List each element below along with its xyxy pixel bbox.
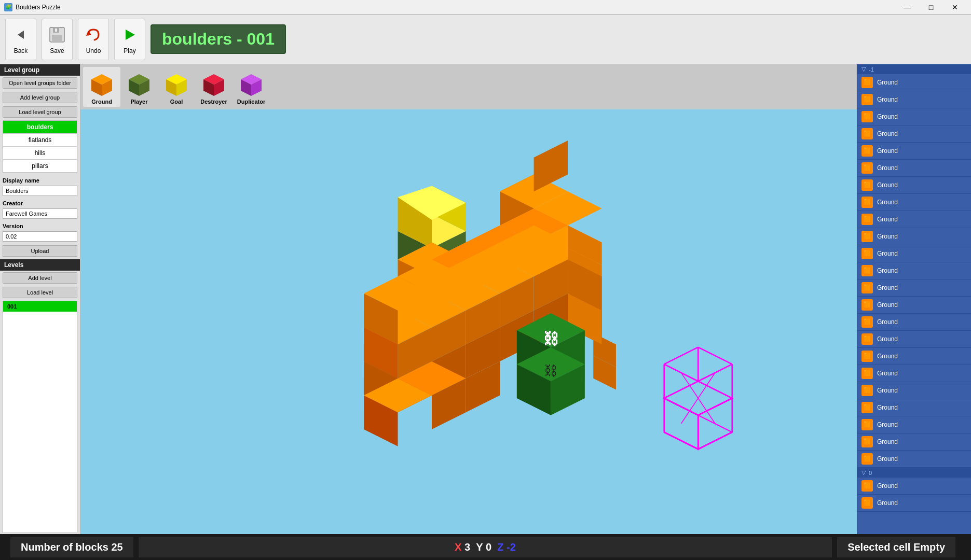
right-item-4[interactable]: 🟧Ground (857, 125, 971, 143)
right-item-23[interactable]: 🟧Ground (857, 451, 971, 468)
right-item-icon: 🟧 (861, 453, 873, 465)
load-group-button[interactable]: Load level group (3, 106, 77, 118)
block-duplicator[interactable]: Duplicator (233, 67, 270, 107)
right-item-6[interactable]: 🟧Ground (857, 160, 971, 177)
level-item-001[interactable]: 001 (3, 301, 77, 312)
right-item-25[interactable]: 🟧Ground (857, 495, 971, 512)
green-cube: ⛓ ⛓ (517, 313, 585, 415)
level-group-header: Level group (0, 64, 80, 76)
right-item-icon: 🟧 (861, 385, 873, 396)
right-item-icon: 🟧 (861, 94, 873, 105)
right-item-icon: 🟧 (861, 316, 873, 328)
group-item-flatlands[interactable]: flatlands (3, 134, 77, 147)
coord-x-value: 3 (464, 541, 470, 553)
load-level-button[interactable]: Load level (3, 287, 77, 298)
version-input[interactable] (3, 231, 77, 242)
right-item-icon: 🟧 (861, 77, 873, 88)
right-item-10[interactable]: 🟧Ground (857, 228, 971, 245)
coord-x-label: X (455, 541, 461, 553)
right-item-icon: 🟧 (861, 368, 873, 379)
right-item-7[interactable]: 🟧Ground (857, 177, 971, 194)
main-area: Level group Open level groups folder Add… (0, 64, 971, 534)
right-item-21[interactable]: 🟧Ground (857, 416, 971, 433)
group-item-hills[interactable]: hills (3, 147, 77, 160)
right-item-15[interactable]: 🟧Ground (857, 314, 971, 331)
right-item-13[interactable]: 🟧Ground (857, 279, 971, 297)
group-item-pillars[interactable]: pillars (3, 160, 77, 173)
right-item-icon: 🟧 (861, 248, 873, 259)
back-label: Back (14, 47, 28, 54)
right-arrow-0: ▽ (861, 469, 866, 476)
right-item-17[interactable]: 🟧Ground (857, 348, 971, 365)
undo-button[interactable]: Undo (78, 19, 109, 60)
right-item-16[interactable]: 🟧Ground (857, 331, 971, 348)
right-item-11[interactable]: 🟧Ground (857, 245, 971, 262)
right-item-24[interactable]: 🟧Ground (857, 478, 971, 495)
levels-header: Levels (0, 259, 80, 271)
right-item-5[interactable]: 🟧Ground (857, 143, 971, 160)
right-item-2[interactable]: 🟧Ground (857, 91, 971, 108)
close-button[interactable]: ✕ (943, 0, 967, 15)
right-level-neg1: -1 (869, 66, 874, 73)
blocks-count-section: Number of blocks 25 (10, 537, 133, 557)
minimize-button[interactable]: — (895, 0, 919, 15)
right-item-icon: 🟧 (861, 333, 873, 345)
right-item-3[interactable]: 🟧Ground (857, 108, 971, 125)
right-item-20[interactable]: 🟧Ground (857, 399, 971, 416)
scene-canvas[interactable]: ⛓ ⛓ (80, 109, 857, 534)
right-item-icon: 🟧 (861, 214, 873, 225)
right-item-12[interactable]: 🟧Ground (857, 262, 971, 279)
block-destroyer-label: Destroyer (200, 99, 227, 105)
titlebar: 🧩 Boulders Puzzle — □ ✕ (0, 0, 971, 15)
version-label: Version (0, 222, 80, 230)
sidebar: Level group Open level groups folder Add… (0, 64, 80, 534)
right-item-1[interactable]: 🟧Ground (857, 74, 971, 91)
undo-icon (83, 24, 104, 45)
save-button[interactable]: Save (42, 19, 73, 60)
upload-button[interactable]: Upload (3, 245, 77, 257)
svg-text:⛓: ⛓ (543, 330, 559, 347)
right-item-19[interactable]: 🟧Ground (857, 382, 971, 399)
right-item-icon: 🟧 (861, 282, 873, 293)
right-item-9[interactable]: 🟧Ground (857, 211, 971, 228)
right-item-icon: 🟧 (861, 419, 873, 430)
statusbar: Number of blocks 25 X 3 Y 0 Z -2 Selecte… (0, 534, 971, 560)
svg-rect-4 (55, 29, 57, 32)
level-group-list: boulders flatlands hills pillars (3, 120, 77, 173)
block-goal[interactable]: Goal (158, 67, 195, 107)
undo-label: Undo (86, 47, 101, 54)
right-section-header-0: ▽ 0 (857, 468, 971, 478)
block-ground[interactable]: Ground (83, 67, 120, 107)
right-section-header-neg1: ▽ -1 (857, 64, 971, 74)
right-item-8[interactable]: 🟧Ground (857, 194, 971, 211)
open-folder-button[interactable]: Open level groups folder (3, 77, 77, 89)
right-item-icon: 🟧 (861, 145, 873, 157)
block-player-label: Player (130, 99, 147, 105)
right-item-icon: 🟧 (861, 128, 873, 139)
right-arrow-neg1: ▽ (861, 66, 866, 73)
creator-input[interactable] (3, 208, 77, 219)
play-button[interactable]: Play (114, 19, 145, 60)
add-level-button[interactable]: Add level (3, 272, 77, 284)
coord-y-label: Y (476, 541, 483, 553)
right-panel: ▽ -1 🟧Ground 🟧Ground 🟧Ground 🟧Ground 🟧Gr… (857, 64, 971, 534)
save-label: Save (50, 47, 64, 54)
app-icon: 🧩 (4, 3, 12, 11)
right-item-14[interactable]: 🟧Ground (857, 297, 971, 314)
right-item-icon: 🟧 (861, 299, 873, 311)
blocks-label: Number of blocks 25 (21, 541, 123, 553)
block-palette: Ground Player Goal (80, 64, 857, 109)
right-item-icon: 🟧 (861, 497, 873, 509)
display-name-input[interactable] (3, 186, 77, 196)
back-button[interactable]: Back (5, 19, 36, 60)
group-item-boulders[interactable]: boulders (3, 121, 77, 134)
right-item-22[interactable]: 🟧Ground (857, 433, 971, 451)
add-group-button[interactable]: Add level group (3, 92, 77, 103)
selected-label: Selected cell Empty (847, 541, 945, 553)
block-player[interactable]: Player (120, 67, 158, 107)
right-item-18[interactable]: 🟧Ground (857, 365, 971, 382)
block-destroyer[interactable]: Destroyer (195, 67, 233, 107)
maximize-button[interactable]: □ (919, 0, 943, 15)
right-item-icon: 🟧 (861, 231, 873, 242)
coord-y-value: 0 (486, 541, 491, 553)
